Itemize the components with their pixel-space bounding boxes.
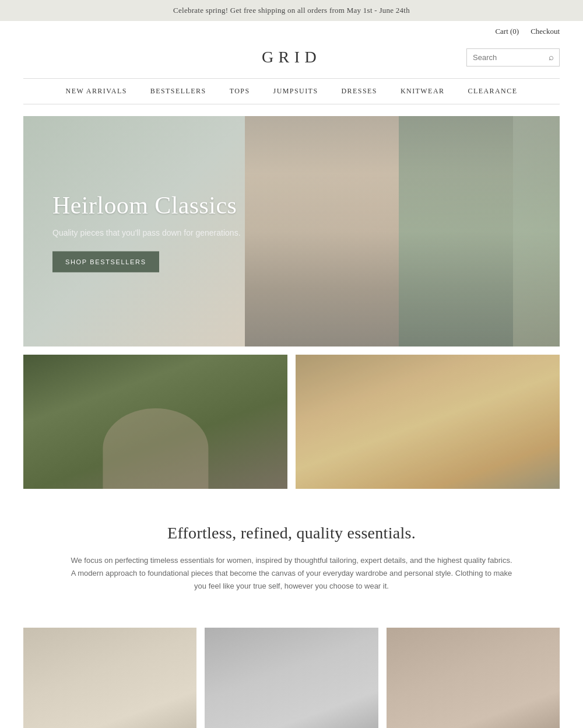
- nav-item-clearance[interactable]: CLEARANCE: [468, 87, 517, 96]
- hero-content: Heirloom Classics Quality pieces that yo…: [52, 190, 241, 272]
- brand-section: Effortless, refined, quality essentials.…: [0, 489, 583, 616]
- nav-item-jumpsuits[interactable]: JUMPSUITS: [273, 87, 318, 96]
- nav-item-dresses[interactable]: DRESSES: [342, 87, 377, 96]
- golden-field-image: [296, 355, 560, 489]
- two-col-right[interactable]: [296, 355, 560, 489]
- search-box[interactable]: ⌕: [466, 48, 560, 66]
- brand-tagline: Effortless, refined, quality essentials.: [70, 524, 513, 542]
- checkout-link[interactable]: Checkout: [531, 27, 560, 36]
- search-input[interactable]: [473, 53, 549, 62]
- top-bar: Cart (0) Checkout: [0, 21, 583, 42]
- nav-item-tops[interactable]: TOPS: [230, 87, 250, 96]
- search-icon[interactable]: ⌕: [549, 52, 554, 62]
- green-dress-image: [23, 355, 287, 489]
- two-col-images: [23, 355, 560, 489]
- brand-description: We focus on perfecting timeless essentia…: [70, 554, 513, 593]
- product-grid: [23, 628, 560, 728]
- two-col-left[interactable]: [23, 355, 287, 489]
- hero-section: Heirloom Classics Quality pieces that yo…: [23, 116, 560, 346]
- hero-title: Heirloom Classics: [52, 190, 241, 219]
- hero-subtitle: Quality pieces that you'll pass down for…: [52, 228, 241, 237]
- product-image-2[interactable]: [205, 628, 378, 728]
- header: GRID ⌕: [0, 42, 583, 78]
- announcement-bar: Celebrate spring! Get free shipping on a…: [0, 0, 583, 21]
- nav-item-bestsellers[interactable]: BESTSELLERS: [150, 87, 206, 96]
- nav-item-knitwear[interactable]: KNITWEAR: [401, 87, 445, 96]
- main-nav: NEW ARRIVALS BESTSELLERS TOPS JUMPSUITS …: [23, 78, 560, 104]
- nav-item-new-arrivals[interactable]: NEW ARRIVALS: [66, 87, 127, 96]
- product-image-1[interactable]: [23, 628, 196, 728]
- hero-cta-button[interactable]: SHOP BESTSELLERS: [52, 251, 159, 272]
- cart-link[interactable]: Cart (0): [495, 27, 519, 36]
- site-logo[interactable]: GRID: [262, 48, 321, 66]
- product-image-3[interactable]: [387, 628, 560, 728]
- hero-window-decoration: [399, 116, 560, 346]
- announcement-text: Celebrate spring! Get free shipping on a…: [173, 6, 410, 15]
